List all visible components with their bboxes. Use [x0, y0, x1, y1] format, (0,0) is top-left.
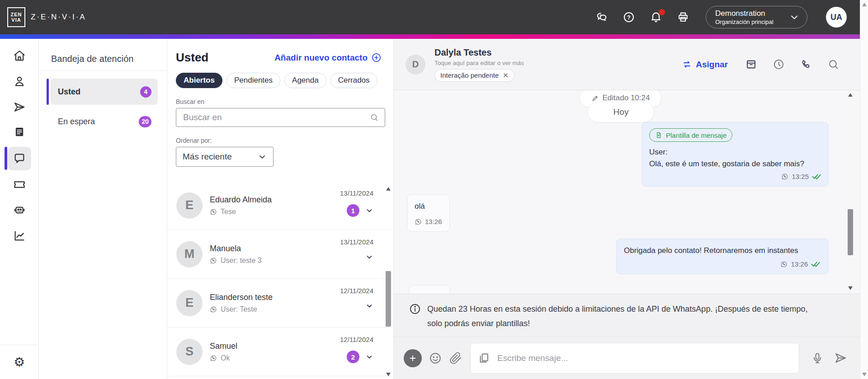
contact-meta: 12/11/2024 2: [340, 336, 373, 363]
expand-chevron-icon[interactable]: [365, 302, 373, 310]
inbox-item-label: En espera: [58, 117, 95, 126]
mic-icon[interactable]: [811, 352, 824, 365]
message-input[interactable]: [496, 353, 792, 364]
inbox-item-label: Usted: [58, 87, 80, 97]
chat-scrollbar[interactable]: [846, 90, 854, 294]
session-warning: Quedan 23 Horas en esta sesión debido a …: [394, 294, 860, 337]
notifications-icon[interactable]: [650, 11, 662, 23]
nav-item-reports[interactable]: [0, 223, 38, 248]
contact-last-message: User: Teste: [221, 305, 257, 313]
plus-icon: [408, 354, 417, 363]
contact-row[interactable]: M Manuela User: teste 3 13/11/2024: [167, 230, 393, 279]
chevron-down-icon: [789, 12, 800, 23]
scrollbar-thumb[interactable]: [386, 271, 391, 327]
contact-last-message-row: Tese: [210, 208, 272, 216]
tab-abiertos[interactable]: Abiertos: [176, 73, 222, 88]
nav-item-chat[interactable]: [0, 145, 38, 171]
org-switcher[interactable]: Demonstration Organización principal: [706, 6, 807, 28]
list-scrollbar[interactable]: [384, 185, 392, 379]
tab-cerrados[interactable]: Cerrados: [330, 73, 377, 88]
count-badge: 20: [139, 116, 151, 127]
ticket-icon: [13, 178, 26, 191]
attach-paperclip-icon[interactable]: [449, 352, 462, 365]
call-phone-icon[interactable]: [800, 59, 812, 70]
page-scrollbar[interactable]: [860, 0, 868, 379]
whatsapp-icon: [210, 257, 217, 264]
assign-button[interactable]: Asignar: [682, 60, 728, 70]
nav-item-news[interactable]: [0, 120, 38, 145]
add-action-button[interactable]: [404, 349, 422, 367]
status-tabs: Abiertos Pendientes Agenda Cerrados: [176, 73, 393, 88]
warning-line-1: Quedan 23 Horas en esta sesión debido a …: [427, 302, 808, 316]
user-avatar[interactable]: UA: [826, 7, 847, 28]
nav-item-bot[interactable]: [0, 197, 38, 223]
scroll-down-arrow[interactable]: [386, 373, 391, 376]
nav-item-contacts[interactable]: [0, 68, 38, 94]
read-receipt-icon: [812, 173, 821, 180]
send-icon: [13, 100, 26, 114]
contact-name: Samuel: [210, 342, 237, 351]
settings-button[interactable]: ⚙: [0, 345, 38, 379]
contact-meta: 13/11/2024: [340, 238, 373, 261]
tab-agenda[interactable]: Agenda: [284, 73, 326, 88]
contact-row[interactable]: E Elianderson teste User: Teste 12/11/20…: [167, 279, 393, 328]
contact-row[interactable]: S Samuel Ok 12/11/2024 2: [167, 328, 393, 376]
inbox-item-usted[interactable]: Usted 4: [51, 79, 158, 105]
contact-avatar: E: [176, 290, 203, 316]
template-picker-icon[interactable]: [478, 352, 490, 364]
search-chat-icon[interactable]: [827, 58, 840, 70]
template-badge-label: Plantilla de mensaje: [666, 131, 726, 139]
print-icon[interactable]: [677, 11, 689, 23]
chat-contact-name: Dalyla Testes: [434, 47, 524, 58]
transfer-icon: [682, 60, 692, 69]
expand-chevron-icon[interactable]: [365, 206, 373, 215]
news-icon: [13, 126, 26, 140]
close-icon[interactable]: [503, 72, 509, 78]
nav-item-home[interactable]: [0, 42, 38, 68]
inbox-item-en-espera[interactable]: En espera 20: [51, 113, 158, 130]
expand-chevron-icon[interactable]: [365, 253, 373, 261]
count-badge: 4: [140, 86, 151, 98]
contact-last-message: Ok: [221, 354, 230, 362]
scroll-up-arrow[interactable]: [848, 93, 853, 97]
list-header: Usted Añadir nuevo contacto: [176, 51, 382, 65]
emoji-icon[interactable]: [429, 351, 442, 365]
history-clock-icon[interactable]: [773, 58, 785, 70]
nav-item-tickets[interactable]: [0, 171, 38, 197]
template-badge: Plantilla de mensaje: [649, 128, 732, 142]
tab-pendientes[interactable]: Pendientes: [226, 73, 280, 88]
chat-contact-meta[interactable]: Dalyla Testes Toque aquí para editar o v…: [434, 47, 524, 82]
message-bubble-incoming: olá 13:26: [407, 194, 450, 232]
svg-text:?: ?: [627, 14, 631, 21]
scrollbar-thumb[interactable]: [848, 209, 853, 255]
contact-info: Samuel Ok: [210, 342, 237, 362]
contact-last-message-row: Ok: [210, 354, 237, 362]
archive-icon[interactable]: [745, 58, 757, 70]
sort-value: Más reciente: [183, 152, 232, 162]
send-message-icon[interactable]: [834, 351, 848, 365]
expand-chevron-icon[interactable]: [365, 353, 373, 361]
chat-contact-avatar: D: [406, 55, 425, 75]
settings-icon: ⚙: [14, 356, 25, 369]
sort-select[interactable]: Más reciente: [176, 147, 274, 167]
help-icon[interactable]: ?: [623, 11, 635, 23]
org-switcher-labels: Demonstration Organización principal: [715, 9, 774, 26]
scroll-down-arrow[interactable]: [862, 373, 867, 376]
interaction-tag-label: Interação pendente: [440, 71, 499, 79]
interaction-tag[interactable]: Interação pendente: [434, 69, 514, 82]
chat-help-icon[interactable]: ?: [595, 11, 608, 23]
contact-row[interactable]: E Eduardo Almeida Tese 13/11/2024 1: [167, 181, 393, 230]
contact-last-message-row: User: teste 3: [210, 257, 262, 265]
search-input[interactable]: [182, 112, 370, 123]
nav-item-send[interactable]: [0, 94, 38, 120]
contact-last-message: Tese: [221, 208, 236, 216]
contact-avatar: M: [176, 241, 203, 267]
scroll-up-arrow[interactable]: [862, 3, 867, 6]
notification-dot: [659, 9, 665, 15]
scroll-up-arrow[interactable]: [386, 187, 391, 191]
scroll-down-arrow[interactable]: [848, 286, 853, 290]
contacts-icon: [13, 75, 26, 88]
add-contact-button[interactable]: Añadir nuevo contacto: [274, 52, 382, 63]
search-label: Buscar en: [176, 98, 393, 105]
contact-last-message: User: teste 3: [221, 257, 262, 265]
